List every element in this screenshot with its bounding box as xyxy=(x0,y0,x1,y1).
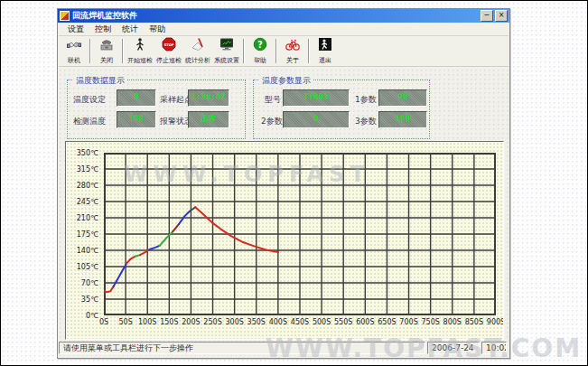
toolbar-label: 开始巡检 xyxy=(127,56,153,65)
hand-pen-icon xyxy=(191,37,205,55)
patrol-person-icon xyxy=(133,37,147,55)
menu-statistics[interactable]: 统计 xyxy=(117,23,144,35)
handshake-icon xyxy=(67,37,81,55)
status-message: 请使用菜单或工具栏进行下一步操作 xyxy=(59,342,425,354)
groupbox-title: 温度参数显示 xyxy=(259,75,313,87)
y-tick-label: 140℃ xyxy=(66,247,98,255)
param2-label: 2参数 xyxy=(261,116,283,127)
status-date: 2006-7-24 xyxy=(427,342,480,354)
model-label: 型号 xyxy=(265,94,281,106)
x-tick-label: 100S xyxy=(135,318,159,326)
svg-text:?: ? xyxy=(257,40,263,50)
bicycle-icon xyxy=(285,37,300,55)
y-tick-label: 175℃ xyxy=(66,230,98,239)
x-tick-label: 600S xyxy=(353,318,377,326)
toolbar-label: 关闭 xyxy=(100,56,113,65)
menu-help[interactable]: 帮助 xyxy=(144,23,171,35)
groupbox-title: 温度数据显示 xyxy=(73,75,127,87)
toolbar-label: 帮助 xyxy=(254,56,266,65)
exit-button[interactable]: 退出 xyxy=(312,37,339,65)
toolbar-separator xyxy=(243,39,245,63)
model-display: TYR03 xyxy=(283,89,350,107)
temperature-curve-segment xyxy=(150,246,160,249)
y-tick-label: 350℃ xyxy=(66,149,98,157)
statistics-analysis-button[interactable]: 统计分析 xyxy=(183,37,212,65)
measured-temp-label: 检测温度 xyxy=(73,116,106,127)
stop-sign-icon: STOP xyxy=(162,37,176,55)
temperature-chart xyxy=(104,153,496,315)
connect-button[interactable]: 联机 xyxy=(61,37,88,65)
close-connection-button[interactable]: 关闭 xyxy=(93,37,120,65)
phone-icon xyxy=(99,37,114,55)
temperature-curve-segment xyxy=(126,257,135,264)
y-tick-label: 280℃ xyxy=(66,182,98,190)
toolbar-separator xyxy=(122,39,124,63)
x-tick-label: 250S xyxy=(201,318,225,326)
param3-display: 180 xyxy=(378,111,427,128)
x-tick-label: 150S xyxy=(157,318,181,326)
temp-setting-display: 0 xyxy=(117,89,156,107)
menu-control[interactable]: 控制 xyxy=(89,23,117,35)
about-button[interactable]: 关于 xyxy=(279,37,306,65)
x-tick-label: 900S xyxy=(484,318,504,326)
temperature-curve-segment xyxy=(173,224,179,231)
y-tick-label: 245℃ xyxy=(66,198,98,206)
exit-person-icon xyxy=(318,37,332,55)
y-tick-label: 105℃ xyxy=(66,263,98,271)
question-icon: ? xyxy=(253,37,267,55)
toolbar-label: 退出 xyxy=(319,56,331,65)
y-tick-label: 0℃ xyxy=(66,312,98,320)
menu-bar: 设置 控制 统计 帮助 xyxy=(59,23,509,36)
alarm-status-display: 正常 xyxy=(188,111,229,128)
x-tick-label: 750S xyxy=(419,318,443,326)
sample-start-display: 1:36:47 xyxy=(188,89,229,107)
x-tick-label: 500S xyxy=(310,318,333,326)
toolbar-label: 关于 xyxy=(286,56,299,65)
y-tick-label: 35℃ xyxy=(66,296,98,304)
window-title: 回流焊机监控软件 xyxy=(72,10,479,22)
screen: 回流焊机监控软件 ─ × 设置 控制 统计 帮助 联机 xyxy=(0,0,588,366)
x-tick-label: 450S xyxy=(288,318,312,326)
toolbar-label: 统计分析 xyxy=(185,56,210,65)
x-tick-label: 400S xyxy=(266,318,290,326)
temperature-curve-segment xyxy=(195,207,278,252)
plot-area xyxy=(104,153,496,315)
x-tick-label: 650S xyxy=(375,318,398,326)
title-bar: 回流焊机监控软件 ─ × xyxy=(58,9,509,23)
status-time: 10:02 xyxy=(481,342,507,354)
temperature-params-groupbox: 温度参数显示 型号 TYR03 1参数 90 2参数 0 3参数 180 xyxy=(253,80,430,139)
y-tick-label: 70℃ xyxy=(66,279,98,287)
stop-patrol-button[interactable]: STOP 停止巡检 xyxy=(154,37,183,65)
help-button[interactable]: ? 帮助 xyxy=(247,37,274,65)
toolbar: 联机 关闭 开始巡检 STOP 停 xyxy=(59,36,509,67)
param1-display: 90 xyxy=(378,89,427,107)
toolbar-separator xyxy=(89,39,91,63)
toolbar-label: 系统设置 xyxy=(214,56,239,65)
toolbar-separator xyxy=(308,39,310,63)
temp-setting-label: 温度设定 xyxy=(73,94,106,106)
x-tick-label: 550S xyxy=(331,318,355,326)
x-tick-label: 300S xyxy=(223,318,247,326)
param2-display: 0 xyxy=(283,111,350,128)
close-button[interactable]: × xyxy=(495,10,508,22)
toolbar-separator xyxy=(275,39,277,63)
x-tick-label: 700S xyxy=(397,318,421,326)
chart-panel: WWW.TOPFAST 0S50S100S150S200S250S300S350… xyxy=(65,141,504,340)
start-patrol-button[interactable]: 开始巡检 xyxy=(126,37,154,65)
param3-label: 3参数 xyxy=(355,116,377,127)
menu-settings[interactable]: 设置 xyxy=(62,23,89,35)
toolbar-label: 联机 xyxy=(68,56,80,65)
app-window: 回流焊机监控软件 ─ × 设置 控制 统计 帮助 联机 xyxy=(57,8,510,359)
y-tick-label: 315℃ xyxy=(66,165,98,174)
param1-label: 1参数 xyxy=(355,94,377,106)
temperature-data-groupbox: 温度数据显示 温度设定 0 采样起点 1:36:47 检测温度 198 报警状态… xyxy=(67,80,246,139)
monitor-icon xyxy=(219,37,234,55)
y-tick-label: 210℃ xyxy=(66,214,98,222)
toolbar-label: 停止巡检 xyxy=(156,56,182,65)
status-bar: 请使用菜单或工具栏进行下一步操作 2006-7-24 10:02 xyxy=(59,342,509,355)
x-tick-label: 800S xyxy=(441,318,464,326)
minimize-button[interactable]: ─ xyxy=(481,10,493,22)
svg-text:STOP: STOP xyxy=(164,43,174,47)
x-tick-label: 50S xyxy=(114,318,137,326)
system-settings-button[interactable]: 系统设置 xyxy=(212,37,241,65)
